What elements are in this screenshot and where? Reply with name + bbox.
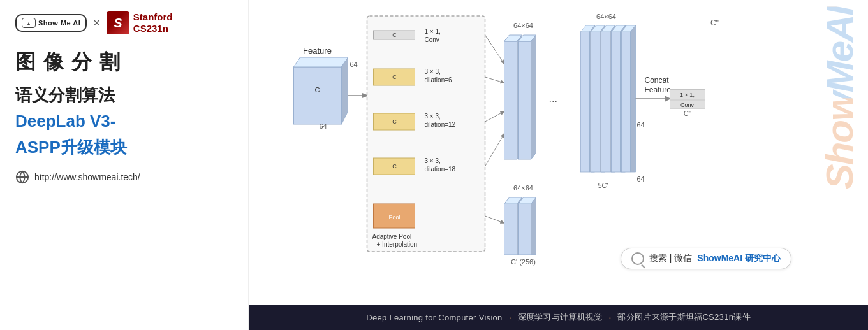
svg-text:5C': 5C' [598,182,608,189]
svg-text:64×64: 64×64 [596,13,616,20]
footer-bar: Deep Learning for Computer Vision · 深度学习… [249,305,868,330]
svg-text:dilation=6: dilation=6 [425,76,453,83]
svg-text:64: 64 [637,175,645,183]
svg-rect-42 [504,204,517,255]
svg-text:Concat: Concat [645,76,670,85]
stanford-name: Stanford [133,11,173,23]
svg-text:64×64: 64×64 [513,184,533,192]
concat-strips: 64×64 Concat Feature 5C' 64 64 [581,13,672,189]
stanford-logo: S Stanford CS231n [107,11,173,34]
page-title: 图像分割 [15,48,233,76]
svg-text:3 × 3,: 3 × 3, [425,113,441,120]
svg-text:1 × 1,: 1 × 1, [680,92,695,98]
svg-text:C: C [392,163,397,169]
svg-text:64×64: 64×64 [513,22,533,29]
svg-text:64: 64 [320,122,327,130]
svg-text:3 × 3,: 3 × 3, [425,157,441,164]
svg-marker-64 [631,25,636,172]
svg-rect-37 [519,41,531,159]
svg-text:C'': C'' [684,110,691,117]
svg-text:Conv: Conv [425,36,439,43]
svg-rect-50 [581,32,590,172]
subtitle-deeplab: DeepLab V3- [15,111,233,131]
subtitle-aspp: ASPP升级模块 [15,136,233,159]
svg-rect-53 [591,32,600,172]
svg-marker-39 [531,35,536,159]
footer-dot2: · [609,312,612,322]
svg-line-31 [485,111,504,122]
svg-text:dilation=12: dilation=12 [425,121,456,128]
svg-rect-56 [601,32,610,172]
svg-line-33 [485,216,504,223]
logo-row: Show Me AI × S Stanford CS231n [15,11,233,34]
svg-text:Conv: Conv [680,102,695,108]
svg-text:dilation=18: dilation=18 [425,166,456,173]
svg-text:Feature: Feature [645,85,672,94]
left-panel: Show Me AI × S Stanford CS231n 图像分割 语义分割… [0,0,249,330]
footer-dot1: · [509,312,511,322]
output-strips-main: 64×64 ... [504,22,557,159]
stanford-course: CS231n [133,23,173,34]
showmeai-logo-text: Show Me AI [38,19,80,27]
svg-text:C' (256): C' (256) [511,258,536,266]
search-prefix: 搜索 | 微信 [649,253,692,264]
adaptive-pool: Pool Adaptive Pool + Interpolation [372,204,418,248]
diagram-area: ShowMeAI C Feature 64 64 [249,0,868,305]
svg-marker-47 [531,197,536,255]
svg-text:64: 64 [637,121,645,129]
svg-text:+ Interpolation: + Interpolation [377,241,418,248]
svg-marker-2 [342,57,348,124]
footer-text1: Deep Learning for Computer Vision [366,313,502,322]
search-icon [631,252,644,265]
stanford-s-icon: S [107,11,129,34]
svg-text:C: C [392,74,397,80]
svg-text:Feature: Feature [303,46,332,55]
svg-rect-34 [504,41,517,159]
svg-text:1 × 1,: 1 × 1, [425,28,441,35]
svg-line-30 [485,77,504,83]
svg-text:C'': C'' [710,18,719,27]
website-row: http://www.showmeai.tech/ [15,170,233,184]
footer-text2: 深度学习与计算机视觉 [518,312,603,323]
right-panel: ShowMeAI C Feature 64 64 [249,0,868,330]
stanford-text: Stanford CS231n [133,11,173,34]
svg-rect-0 [294,67,342,124]
website-url[interactable]: http://www.showmeai.tech/ [34,172,140,182]
website-icon [15,170,29,184]
svg-text:C: C [392,118,397,125]
svg-text:Pool: Pool [388,214,400,220]
svg-rect-45 [519,204,531,255]
svg-text:Adaptive Pool: Adaptive Pool [372,233,412,240]
search-bar[interactable]: 搜索 | 微信 ShowMeAI 研究中心 [621,248,791,269]
svg-line-32 [485,134,504,166]
svg-line-29 [485,35,504,64]
conv-3x3-d6: C 3 × 3, dilation=6 [374,68,453,85]
svg-text:3 × 3,: 3 × 3, [425,68,441,75]
showmeai-logo: Show Me AI [15,14,87,32]
svg-text:C: C [392,32,397,38]
svg-text:64: 64 [350,61,358,68]
svg-rect-62 [622,32,631,172]
svg-rect-59 [612,32,621,172]
svg-text:...: ... [549,93,557,104]
output-strips-lower: 64×64 C' (256) [504,184,536,266]
times-symbol: × [93,17,100,30]
showmeai-logo-icon [22,18,36,28]
footer-text3: 部分图片来源于斯坦福CS231n课件 [617,312,750,323]
feature-cube: C Feature 64 64 [294,46,358,130]
final-conv: 1 × 1, Conv C'' C'' [670,18,719,117]
search-brand: ShowMeAI 研究中心 [697,253,781,264]
svg-marker-1 [294,57,348,67]
subtitle-semantic: 语义分割算法 [15,84,233,106]
svg-text:C: C [315,86,320,94]
